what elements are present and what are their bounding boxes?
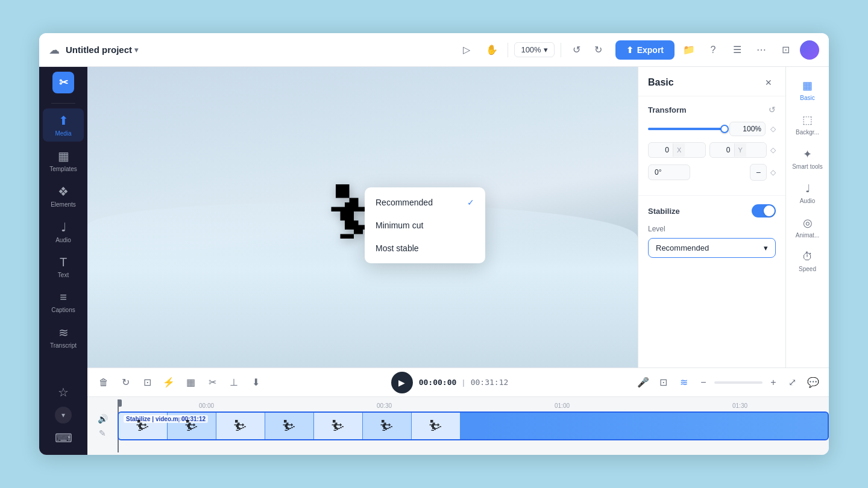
trim-button[interactable]: ▦: [181, 374, 200, 392]
export-button[interactable]: ⬆ Export: [615, 40, 675, 60]
stabilize-toggle[interactable]: [752, 204, 776, 217]
play-mode-button[interactable]: ▷: [457, 40, 476, 60]
mic-icon[interactable]: 🎤: [635, 374, 652, 391]
reset-transform-icon[interactable]: ↺: [769, 105, 776, 114]
toolbar-item-audio[interactable]: ♩ Audio: [790, 177, 826, 209]
toolbar-item-label: Animat...: [796, 232, 819, 239]
transform-header: Transform ↺: [648, 105, 776, 114]
toolbar-item-basic[interactable]: ▦ Basic: [790, 74, 826, 106]
split-view-icon[interactable]: ⊡: [776, 40, 795, 60]
list-icon[interactable]: ☰: [728, 40, 747, 60]
pencil-icon[interactable]: ✎: [99, 428, 106, 438]
timeline-left-tools: 🗑 ↻ ⊡ ⚡ ▦ ✂ ⊥ ⬇: [95, 374, 265, 392]
divider: [508, 43, 508, 57]
sidebar-expand-button[interactable]: ▾: [55, 407, 72, 424]
transcript-icon: ≋: [58, 325, 69, 340]
sidebar-item-text[interactable]: T Text: [43, 251, 84, 283]
preview-panels: ⛷ Recommended ✓ Minimum cut: [87, 67, 829, 368]
help-icon[interactable]: ?: [703, 40, 723, 60]
export-label: Export: [637, 45, 664, 55]
avatar[interactable]: [800, 40, 819, 60]
audio-mix-icon[interactable]: ≋: [676, 374, 693, 391]
position-y-field: Y: [709, 142, 767, 158]
position-keyframe-icon[interactable]: ◇: [770, 146, 776, 154]
toolbar-item-background[interactable]: ⬚ Backgr...: [790, 108, 826, 140]
thumb-seg-7: ⛷: [412, 413, 460, 439]
scale-slider[interactable]: [648, 128, 725, 130]
toolbar-item-label: Basic: [800, 95, 814, 101]
sidebar-left: ✂ ⬆ Media ▦ Templates ❖ Elements ♩ Audio…: [39, 67, 87, 455]
rotate-input[interactable]: [648, 164, 690, 180]
toolbar-item-animate[interactable]: ◎ Animat...: [790, 211, 826, 243]
sidebar-item-templates[interactable]: ▦ Templates: [43, 144, 84, 177]
zoom-out-button[interactable]: −: [696, 375, 711, 390]
chevron-down-icon: ▾: [134, 46, 138, 54]
app-logo[interactable]: ✂: [52, 72, 74, 93]
dropdown-item-most-stable[interactable]: Most stable: [365, 237, 485, 260]
clip-audio-icon[interactable]: ⊡: [655, 374, 672, 391]
sidebar-divider-1: [51, 103, 75, 104]
dropdown-item-recommended[interactable]: Recommended ✓: [365, 191, 485, 214]
timeline-track: 🔊 ✎ 00:00 00:30 01:00 01:30: [87, 397, 829, 455]
basic-icon: ▦: [802, 79, 813, 92]
scale-row: ◇: [648, 122, 776, 136]
panel-title: Basic: [648, 77, 674, 88]
level-select-button[interactable]: Recommended ▾: [648, 238, 776, 258]
skier-background: ⛷: [87, 67, 638, 368]
download-button[interactable]: ⬇: [247, 374, 265, 392]
scale-keyframe-icon[interactable]: ◇: [770, 125, 776, 133]
clip-label: Stabilize | video.mp4: [124, 415, 187, 423]
play-button[interactable]: ▶: [391, 372, 413, 393]
fullscreen-timeline-icon[interactable]: ⤢: [784, 374, 801, 391]
star-icon: ☆: [58, 385, 69, 399]
timecode-divider: |: [462, 378, 464, 387]
timeline-zoom-slider[interactable]: [714, 381, 763, 384]
rotate-minus-button[interactable]: −: [750, 164, 767, 181]
cloud-icon[interactable]: ☁: [49, 43, 60, 57]
sidebar-item-elements[interactable]: ❖ Elements: [43, 180, 84, 213]
align-button[interactable]: ⊥: [225, 374, 243, 392]
toolbar-item-label: Backgr...: [796, 129, 819, 136]
redo-button[interactable]: ↻: [589, 40, 608, 60]
cut-button[interactable]: ✂: [203, 374, 221, 392]
folder-icon[interactable]: 📁: [679, 40, 699, 60]
rotate-keyframe-icon[interactable]: ◇: [770, 168, 776, 177]
undo-button[interactable]: ↺: [567, 40, 587, 60]
hand-tool-button[interactable]: ✋: [482, 40, 502, 60]
position-x-input[interactable]: [649, 143, 673, 157]
sidebar-item-star[interactable]: ☆: [43, 380, 84, 404]
split-button[interactable]: ⚡: [160, 374, 178, 392]
refresh-button[interactable]: ↻: [116, 374, 134, 392]
zoom-in-button[interactable]: +: [766, 375, 781, 390]
toolbar-item-speed[interactable]: ⏱ Speed: [790, 246, 826, 277]
crop-button[interactable]: ⊡: [138, 374, 156, 392]
scale-input[interactable]: [729, 122, 766, 136]
position-y-input[interactable]: [710, 143, 734, 157]
sidebar-item-label: Audio: [55, 237, 71, 243]
sidebar-item-media[interactable]: ⬆ Media: [43, 108, 84, 142]
topbar-left: ☁ Untitled project ▾: [49, 43, 450, 57]
sidebar-item-transcript[interactable]: ≋ Transcript: [43, 321, 84, 354]
sidebar-item-keyboard[interactable]: ⌨: [43, 426, 84, 450]
more-icon[interactable]: ⋯: [752, 40, 771, 60]
zoom-control[interactable]: 100% ▾: [514, 42, 554, 57]
toolbar-item-smart-tools[interactable]: ✦ Smart tools: [790, 143, 826, 175]
sidebar-item-audio[interactable]: ♩ Audio: [43, 215, 84, 248]
topbar: ☁ Untitled project ▾ ▷ ✋ 100% ▾ ↺ ↻ ⬆ Ex…: [39, 33, 829, 67]
video-clip[interactable]: Stabilize | video.mp4 00:31:12 ⛷ ⛷ ⛷ ⛷ ⛷…: [118, 411, 829, 440]
panel-close-button[interactable]: ✕: [761, 75, 776, 90]
sidebar-item-captions[interactable]: ≡ Captions: [43, 286, 84, 318]
timeline-center-controls: ▶ 00:00:00 | 00:31:12: [391, 372, 509, 393]
thumb-seg-5: ⛷: [314, 413, 362, 439]
ruler-marker-1: 00:30: [295, 402, 473, 409]
playhead-handle[interactable]: [118, 399, 122, 407]
comment-icon[interactable]: 💬: [805, 374, 822, 391]
video-preview: ⛷ Recommended ✓ Minimum cut: [87, 67, 638, 368]
stabilize-section: Stabilize Level Recommended ▾: [638, 196, 785, 266]
stabilize-title: Stabilize: [648, 207, 680, 216]
project-name-button[interactable]: Untitled project ▾: [66, 45, 138, 55]
dropdown-item-minimum-cut[interactable]: Minimum cut: [365, 214, 485, 237]
volume-icon[interactable]: 🔊: [98, 414, 108, 424]
delete-clip-button[interactable]: 🗑: [95, 374, 113, 392]
ruler-marker-0: 00:00: [118, 402, 295, 409]
